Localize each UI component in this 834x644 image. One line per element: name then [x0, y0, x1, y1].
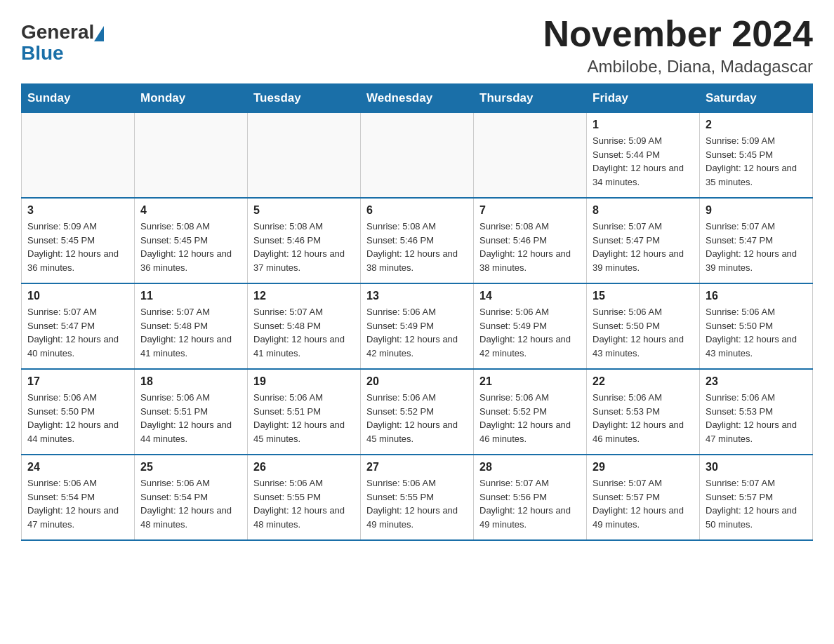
- day-info: Sunrise: 5:08 AMSunset: 5:46 PMDaylight:…: [253, 220, 355, 274]
- day-info: Sunrise: 5:06 AMSunset: 5:51 PMDaylight:…: [253, 391, 355, 445]
- calendar-title: November 2024: [543, 14, 813, 54]
- table-row: 10Sunrise: 5:07 AMSunset: 5:47 PMDayligh…: [22, 283, 135, 369]
- table-row: 30Sunrise: 5:07 AMSunset: 5:57 PMDayligh…: [700, 455, 813, 540]
- header-wednesday: Wednesday: [361, 84, 474, 113]
- table-row: 18Sunrise: 5:06 AMSunset: 5:51 PMDayligh…: [135, 369, 248, 455]
- day-info: Sunrise: 5:08 AMSunset: 5:46 PMDaylight:…: [366, 220, 468, 274]
- day-number: 20: [366, 375, 468, 388]
- day-number: 9: [706, 204, 807, 217]
- title-block: November 2024 Ambilobe, Diana, Madagasca…: [543, 14, 813, 76]
- logo-text-blue: Blue: [21, 42, 104, 65]
- day-info: Sunrise: 5:07 AMSunset: 5:48 PMDaylight:…: [140, 305, 241, 360]
- day-info: Sunrise: 5:06 AMSunset: 5:49 PMDaylight:…: [366, 305, 468, 360]
- day-info: Sunrise: 5:07 AMSunset: 5:47 PMDaylight:…: [27, 305, 128, 360]
- page-header: General Blue November 2024 Ambilobe, Dia…: [21, 14, 813, 76]
- day-info: Sunrise: 5:09 AMSunset: 5:45 PMDaylight:…: [706, 134, 807, 189]
- day-info: Sunrise: 5:09 AMSunset: 5:44 PMDaylight:…: [593, 134, 694, 189]
- day-number: 22: [593, 375, 694, 388]
- calendar-subtitle: Ambilobe, Diana, Madagascar: [543, 57, 813, 76]
- day-number: 4: [140, 204, 241, 217]
- header-thursday: Thursday: [474, 84, 587, 113]
- day-number: 11: [140, 290, 241, 302]
- day-number: 2: [706, 119, 807, 131]
- day-info: Sunrise: 5:08 AMSunset: 5:46 PMDaylight:…: [479, 220, 581, 274]
- table-row: 2Sunrise: 5:09 AMSunset: 5:45 PMDaylight…: [700, 113, 813, 199]
- table-row: 19Sunrise: 5:06 AMSunset: 5:51 PMDayligh…: [248, 369, 361, 455]
- day-info: Sunrise: 5:06 AMSunset: 5:50 PMDaylight:…: [27, 391, 128, 445]
- table-row: 26Sunrise: 5:06 AMSunset: 5:55 PMDayligh…: [248, 455, 361, 540]
- calendar-week-row: 1Sunrise: 5:09 AMSunset: 5:44 PMDaylight…: [22, 113, 813, 199]
- table-row: 5Sunrise: 5:08 AMSunset: 5:46 PMDaylight…: [248, 198, 361, 283]
- day-number: 23: [706, 375, 807, 388]
- day-info: Sunrise: 5:06 AMSunset: 5:52 PMDaylight:…: [479, 391, 581, 445]
- day-number: 27: [366, 461, 468, 474]
- day-info: Sunrise: 5:06 AMSunset: 5:55 PMDaylight:…: [253, 476, 355, 531]
- logo-triangle-icon: [94, 26, 104, 41]
- day-number: 30: [706, 461, 807, 474]
- day-number: 7: [479, 204, 581, 217]
- calendar-table: Sunday Monday Tuesday Wednesday Thursday…: [21, 83, 813, 541]
- logo-text-general: General: [21, 21, 94, 43]
- day-info: Sunrise: 5:06 AMSunset: 5:50 PMDaylight:…: [706, 305, 807, 360]
- table-row: 17Sunrise: 5:06 AMSunset: 5:50 PMDayligh…: [22, 369, 135, 455]
- day-number: 3: [27, 204, 128, 217]
- day-number: 18: [140, 375, 241, 388]
- header-tuesday: Tuesday: [248, 84, 361, 113]
- day-number: 26: [253, 461, 355, 474]
- logo: General Blue: [21, 21, 104, 65]
- day-info: Sunrise: 5:06 AMSunset: 5:54 PMDaylight:…: [27, 476, 128, 531]
- table-row: 21Sunrise: 5:06 AMSunset: 5:52 PMDayligh…: [474, 369, 587, 455]
- header-sunday: Sunday: [22, 84, 135, 113]
- day-number: 12: [253, 290, 355, 302]
- calendar-header-row: Sunday Monday Tuesday Wednesday Thursday…: [22, 84, 813, 113]
- calendar-week-row: 24Sunrise: 5:06 AMSunset: 5:54 PMDayligh…: [22, 455, 813, 540]
- table-row: 9Sunrise: 5:07 AMSunset: 5:47 PMDaylight…: [700, 198, 813, 283]
- table-row: 14Sunrise: 5:06 AMSunset: 5:49 PMDayligh…: [474, 283, 587, 369]
- table-row: 24Sunrise: 5:06 AMSunset: 5:54 PMDayligh…: [22, 455, 135, 540]
- table-row: 11Sunrise: 5:07 AMSunset: 5:48 PMDayligh…: [135, 283, 248, 369]
- table-row: 20Sunrise: 5:06 AMSunset: 5:52 PMDayligh…: [361, 369, 474, 455]
- day-info: Sunrise: 5:06 AMSunset: 5:54 PMDaylight:…: [140, 476, 241, 531]
- day-number: 5: [253, 204, 355, 217]
- day-info: Sunrise: 5:07 AMSunset: 5:56 PMDaylight:…: [479, 476, 581, 531]
- table-row: 6Sunrise: 5:08 AMSunset: 5:46 PMDaylight…: [361, 198, 474, 283]
- day-number: 13: [366, 290, 468, 302]
- day-info: Sunrise: 5:06 AMSunset: 5:55 PMDaylight:…: [366, 476, 468, 531]
- day-info: Sunrise: 5:06 AMSunset: 5:53 PMDaylight:…: [706, 391, 807, 445]
- table-row: 16Sunrise: 5:06 AMSunset: 5:50 PMDayligh…: [700, 283, 813, 369]
- table-row: [361, 113, 474, 199]
- calendar-week-row: 17Sunrise: 5:06 AMSunset: 5:50 PMDayligh…: [22, 369, 813, 455]
- day-info: Sunrise: 5:07 AMSunset: 5:47 PMDaylight:…: [706, 220, 807, 274]
- day-number: 10: [27, 290, 128, 302]
- day-info: Sunrise: 5:07 AMSunset: 5:47 PMDaylight:…: [593, 220, 694, 274]
- table-row: 3Sunrise: 5:09 AMSunset: 5:45 PMDaylight…: [22, 198, 135, 283]
- day-info: Sunrise: 5:07 AMSunset: 5:57 PMDaylight:…: [593, 476, 694, 531]
- table-row: [474, 113, 587, 199]
- table-row: 4Sunrise: 5:08 AMSunset: 5:45 PMDaylight…: [135, 198, 248, 283]
- day-number: 6: [366, 204, 468, 217]
- table-row: 1Sunrise: 5:09 AMSunset: 5:44 PMDaylight…: [587, 113, 700, 199]
- day-number: 24: [27, 461, 128, 474]
- table-row: 8Sunrise: 5:07 AMSunset: 5:47 PMDaylight…: [587, 198, 700, 283]
- day-number: 19: [253, 375, 355, 388]
- table-row: 12Sunrise: 5:07 AMSunset: 5:48 PMDayligh…: [248, 283, 361, 369]
- day-number: 1: [593, 119, 694, 131]
- table-row: [22, 113, 135, 199]
- day-number: 17: [27, 375, 128, 388]
- table-row: 25Sunrise: 5:06 AMSunset: 5:54 PMDayligh…: [135, 455, 248, 540]
- day-number: 14: [479, 290, 581, 302]
- table-row: 13Sunrise: 5:06 AMSunset: 5:49 PMDayligh…: [361, 283, 474, 369]
- day-number: 15: [593, 290, 694, 302]
- header-saturday: Saturday: [700, 84, 813, 113]
- day-info: Sunrise: 5:06 AMSunset: 5:50 PMDaylight:…: [593, 305, 694, 360]
- day-info: Sunrise: 5:06 AMSunset: 5:51 PMDaylight:…: [140, 391, 241, 445]
- day-number: 25: [140, 461, 241, 474]
- table-row: 29Sunrise: 5:07 AMSunset: 5:57 PMDayligh…: [587, 455, 700, 540]
- day-number: 16: [706, 290, 807, 302]
- day-info: Sunrise: 5:06 AMSunset: 5:53 PMDaylight:…: [593, 391, 694, 445]
- table-row: [135, 113, 248, 199]
- table-row: 23Sunrise: 5:06 AMSunset: 5:53 PMDayligh…: [700, 369, 813, 455]
- calendar-week-row: 3Sunrise: 5:09 AMSunset: 5:45 PMDaylight…: [22, 198, 813, 283]
- table-row: 28Sunrise: 5:07 AMSunset: 5:56 PMDayligh…: [474, 455, 587, 540]
- day-number: 8: [593, 204, 694, 217]
